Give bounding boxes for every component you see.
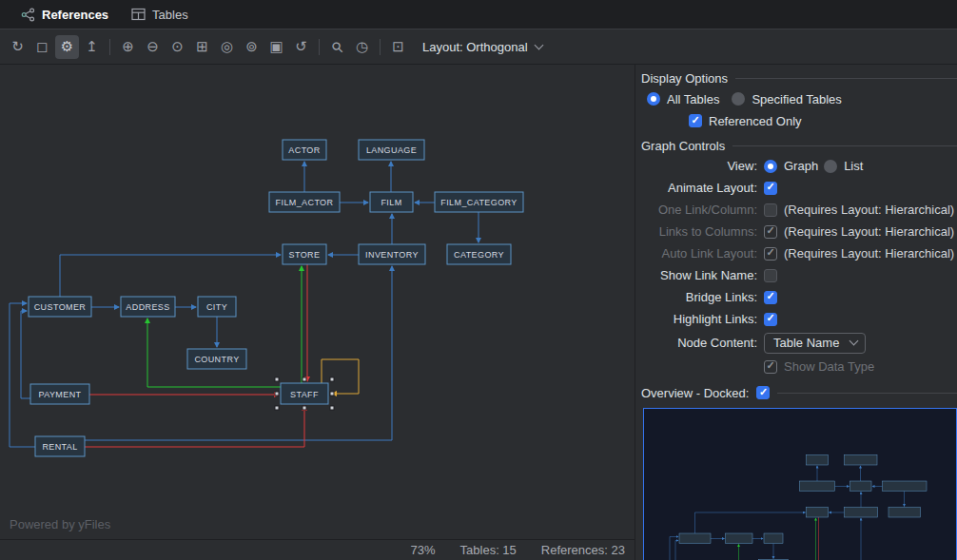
one-link-column-checkbox[interactable] (764, 203, 777, 217)
overview-minimap[interactable] (643, 408, 957, 560)
tab-tables[interactable]: Tables (120, 0, 200, 29)
diagram-edge-CUSTOMER-STORE[interactable] (60, 255, 281, 297)
show-link-name-checkbox[interactable] (764, 269, 777, 282)
search-icon[interactable]: ⚲ (321, 29, 354, 63)
auto-link-layout-row: Auto Link Layout: (Requires Layout: Hier… (641, 242, 957, 264)
auto-link-layout-checkbox[interactable] (764, 247, 777, 261)
selection-handle[interactable] (330, 377, 334, 381)
diagram-node-label: CITY (206, 302, 227, 312)
open-new-window-icon[interactable]: ▣ (264, 35, 288, 59)
animate-layout-row: Animate Layout: (641, 177, 957, 199)
node-content-row: Node Content: Table Name (641, 330, 957, 356)
layout-dropdown[interactable]: Layout: Orthogonal (414, 37, 551, 57)
highlight-links-label: Highlight Links: (641, 312, 757, 326)
show-link-name-row: Show Link Name: (641, 264, 957, 286)
one-link-column-row: One Link/Column: (Requires Layout: Hiera… (641, 199, 957, 221)
display-options-header: Display Options (641, 68, 957, 87)
diagram-canvas[interactable]: ACTORLANGUAGEFILM_ACTORFILMFILM_CATEGORY… (0, 65, 635, 539)
overview-docked-checkbox[interactable] (756, 386, 770, 399)
toolbar: ↻◻⚙↥⊕⊖⊙⊞◎⊚▣↺⚲◷⊡ (6, 35, 410, 59)
main-area: ACTORLANGUAGEFILM_ACTORFILMFILM_CATEGORY… (0, 65, 957, 560)
diagram-node-LANGUAGE (845, 455, 878, 466)
one-link-column-label: One Link/Column: (641, 203, 757, 217)
diagram-edge-STAFF-ADDRESS (739, 545, 806, 560)
settings-icon[interactable]: ⚙ (55, 35, 79, 59)
one-link-column-note: (Requires Layout: Hierarchical) (784, 203, 954, 217)
diagram-node-label: CATEGORY (454, 250, 504, 260)
tab-bar: References Tables (0, 0, 957, 29)
diagram-node-label: COUNTRY (194, 355, 239, 364)
export-icon[interactable]: ↥ (80, 35, 104, 59)
animate-layout-checkbox[interactable] (764, 182, 777, 195)
view-label: View: (641, 159, 757, 173)
diagram-edge-PAYMENT-CUSTOMER[interactable] (21, 311, 30, 398)
diagram-node-label: FILM_ACTOR (276, 198, 334, 207)
show-data-type-checkbox[interactable] (764, 360, 777, 374)
gauge-icon[interactable]: ◷ (350, 35, 374, 59)
tables-count: Tables: 15 (460, 543, 517, 557)
selection-handle[interactable] (275, 392, 279, 396)
zoom-in-icon[interactable]: ⊕ (116, 35, 140, 59)
tables-scope-row: All Tables Specified Tables (641, 87, 957, 110)
referenced-only-row: Referenced Only (641, 110, 957, 131)
diagram-edge-RENTAL-CUSTOMER[interactable] (10, 303, 35, 447)
graph-controls-title: Graph Controls (641, 139, 725, 153)
tab-references[interactable]: References (10, 0, 120, 29)
chevron-down-icon (850, 337, 859, 346)
diagram-node-FILM_CATEGORY (883, 481, 928, 492)
selection-handle[interactable] (330, 392, 334, 396)
diagram-node-label: ACTOR (288, 145, 320, 155)
diagram-node-CITY (764, 533, 783, 544)
auto-link-layout-label: Auto Link Layout: (641, 246, 757, 261)
zoom-out-icon[interactable]: ⊖ (141, 35, 165, 59)
selection-handle[interactable] (303, 377, 306, 381)
minimap-graph[interactable] (644, 409, 957, 560)
diagram-node-CATEGORY (889, 508, 921, 518)
selection-handle[interactable] (275, 406, 279, 410)
all-tables-radio[interactable] (647, 92, 660, 106)
fit-content-icon[interactable]: ⊞ (190, 35, 214, 59)
options-panel: Display Options All Tables Specified Tab… (635, 65, 957, 560)
marquee-select-icon[interactable]: ◻ (30, 35, 54, 59)
referenced-only-checkbox[interactable] (689, 114, 702, 127)
selection-handle[interactable] (303, 406, 306, 410)
toolbar-separator (319, 39, 320, 55)
diagram-edge-RENTAL-STAFF[interactable] (85, 406, 304, 447)
node-content-select[interactable]: Table Name (764, 333, 866, 354)
view-graph-radio[interactable] (764, 160, 777, 173)
layout-dropdown-label: Layout: Orthogonal (422, 40, 528, 54)
center-selection-icon[interactable]: ◎ (215, 35, 239, 59)
toolbar-separator (380, 39, 381, 55)
view-list-label: List (844, 159, 863, 173)
selection-handle[interactable] (275, 377, 279, 381)
graph-controls-header: Graph Controls (641, 136, 957, 155)
diagram-node-ADDRESS (726, 533, 753, 544)
tab-references-label: References (42, 8, 108, 22)
overview-docked-header: Overview - Docked: (641, 382, 957, 403)
zoom-reset-icon[interactable]: ⊙ (166, 35, 189, 59)
highlight-links-checkbox[interactable] (764, 313, 777, 326)
selection-handle[interactable] (330, 406, 334, 410)
references-count: References: 23 (541, 543, 625, 557)
diagram-node-CUSTOMER (679, 533, 711, 544)
er-diagram[interactable]: ACTORLANGUAGEFILM_ACTORFILMFILM_CATEGORY… (0, 65, 635, 539)
toolbar-separator (109, 39, 110, 55)
focus-node-icon[interactable]: ⊚ (240, 35, 264, 59)
diagram-node-label: STORE (289, 250, 321, 260)
divider (732, 145, 957, 146)
tab-tables-label: Tables (152, 8, 188, 22)
yfiles-watermark: Powered by yFiles (10, 517, 110, 531)
view-list-radio[interactable] (824, 160, 837, 173)
overview-docked-label: Overview - Docked: (641, 386, 749, 400)
refresh-icon[interactable]: ↻ (6, 35, 29, 59)
view-row: View: Graph List (641, 155, 957, 177)
bridge-links-checkbox[interactable] (764, 291, 777, 304)
open-in-editor-icon[interactable]: ⊡ (386, 35, 410, 59)
specified-tables-radio[interactable] (732, 92, 745, 106)
node-content-label: Node Content: (641, 336, 757, 350)
diagram-edge-CUSTOMER-STORE (695, 512, 806, 533)
diagram-toolbar: ↻◻⚙↥⊕⊖⊙⊞◎⊚▣↺⚲◷⊡ Layout: Orthogonal (0, 29, 957, 65)
links-to-columns-checkbox[interactable] (764, 225, 777, 239)
links-to-columns-row: Links to Columns: (Requires Layout: Hier… (641, 221, 957, 242)
relayout-icon[interactable]: ↺ (289, 35, 313, 59)
